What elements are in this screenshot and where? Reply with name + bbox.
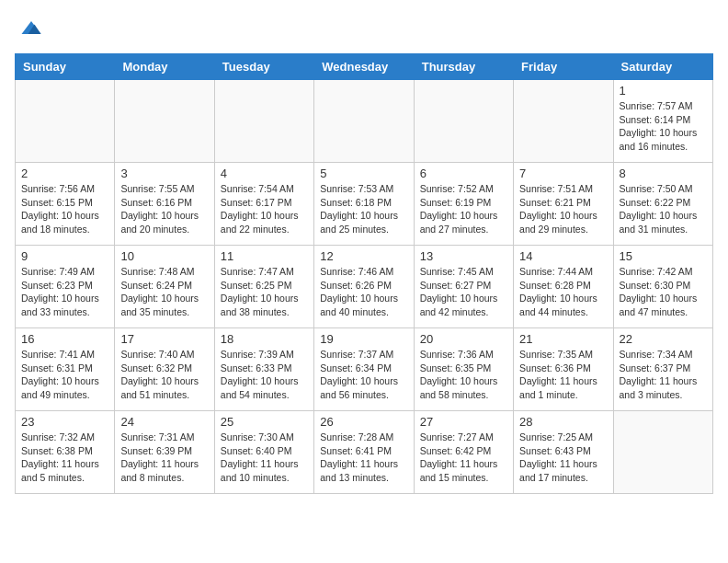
day-number: 23 <box>21 415 108 429</box>
calendar-cell: 8Sunrise: 7:50 AMSunset: 6:22 PMDaylight… <box>613 163 712 246</box>
day-number: 3 <box>120 167 208 180</box>
day-info: Sunrise: 7:52 AMSunset: 6:19 PMDaylight:… <box>420 182 507 236</box>
day-info: Sunrise: 7:45 AMSunset: 6:27 PMDaylight:… <box>420 265 507 319</box>
calendar-cell <box>314 80 414 163</box>
day-info: Sunrise: 7:47 AMSunset: 6:25 PMDaylight:… <box>221 265 308 319</box>
calendar-cell: 14Sunrise: 7:44 AMSunset: 6:28 PMDayligh… <box>514 246 613 328</box>
day-number: 1 <box>620 84 707 98</box>
day-info: Sunrise: 7:50 AMSunset: 6:22 PMDaylight:… <box>620 182 707 236</box>
calendar-cell <box>414 80 513 163</box>
calendar-header-wednesday: Wednesday <box>314 54 414 80</box>
day-number: 13 <box>420 249 507 263</box>
day-info: Sunrise: 7:54 AMSunset: 6:17 PMDaylight:… <box>221 182 308 236</box>
day-info: Sunrise: 7:34 AMSunset: 6:37 PMDaylight:… <box>620 348 707 402</box>
day-number: 20 <box>420 332 507 346</box>
day-info: Sunrise: 7:30 AMSunset: 6:40 PMDaylight:… <box>221 431 308 485</box>
day-number: 11 <box>221 249 308 263</box>
day-info: Sunrise: 7:35 AMSunset: 6:36 PMDaylight:… <box>519 348 607 402</box>
calendar-cell: 24Sunrise: 7:31 AMSunset: 6:39 PMDayligh… <box>115 411 214 494</box>
calendar-cell: 15Sunrise: 7:42 AMSunset: 6:30 PMDayligh… <box>613 246 712 328</box>
day-number: 16 <box>21 332 108 346</box>
calendar-cell <box>115 80 214 163</box>
day-info: Sunrise: 7:32 AMSunset: 6:38 PMDaylight:… <box>21 431 108 485</box>
page: SundayMondayTuesdayWednesdayThursdayFrid… <box>0 0 728 509</box>
day-info: Sunrise: 7:31 AMSunset: 6:39 PMDaylight:… <box>120 431 208 485</box>
calendar-header-tuesday: Tuesday <box>214 54 313 80</box>
day-info: Sunrise: 7:41 AMSunset: 6:31 PMDaylight:… <box>21 348 108 402</box>
day-number: 24 <box>120 415 208 429</box>
header <box>15 15 713 44</box>
day-number: 26 <box>320 415 407 429</box>
day-number: 6 <box>420 167 507 180</box>
logo-icon <box>18 15 44 40</box>
calendar-week-3: 9Sunrise: 7:49 AMSunset: 6:23 PMDaylight… <box>16 246 713 328</box>
calendar-cell: 12Sunrise: 7:46 AMSunset: 6:26 PMDayligh… <box>314 246 414 328</box>
day-info: Sunrise: 7:36 AMSunset: 6:35 PMDaylight:… <box>420 348 507 402</box>
day-info: Sunrise: 7:44 AMSunset: 6:28 PMDaylight:… <box>519 265 607 319</box>
calendar-cell: 4Sunrise: 7:54 AMSunset: 6:17 PMDaylight… <box>214 163 313 246</box>
day-info: Sunrise: 7:46 AMSunset: 6:26 PMDaylight:… <box>320 265 407 319</box>
calendar-cell: 3Sunrise: 7:55 AMSunset: 6:16 PMDaylight… <box>115 163 214 246</box>
day-info: Sunrise: 7:40 AMSunset: 6:32 PMDaylight:… <box>120 348 208 402</box>
calendar-cell <box>613 411 712 494</box>
calendar-cell: 13Sunrise: 7:45 AMSunset: 6:27 PMDayligh… <box>414 246 513 328</box>
day-number: 14 <box>519 249 607 263</box>
day-number: 22 <box>620 332 707 346</box>
day-info: Sunrise: 7:57 AMSunset: 6:14 PMDaylight:… <box>620 99 707 154</box>
day-info: Sunrise: 7:56 AMSunset: 6:15 PMDaylight:… <box>21 182 108 236</box>
day-number: 18 <box>221 332 308 346</box>
calendar-header-monday: Monday <box>115 54 214 80</box>
calendar-week-4: 16Sunrise: 7:41 AMSunset: 6:31 PMDayligh… <box>16 328 713 411</box>
day-number: 28 <box>519 415 607 429</box>
calendar-cell: 1Sunrise: 7:57 AMSunset: 6:14 PMDaylight… <box>613 80 712 163</box>
day-number: 25 <box>221 415 308 429</box>
day-number: 2 <box>21 167 108 180</box>
day-number: 17 <box>120 332 208 346</box>
calendar-cell: 27Sunrise: 7:27 AMSunset: 6:42 PMDayligh… <box>414 411 513 494</box>
calendar: SundayMondayTuesdayWednesdayThursdayFrid… <box>15 53 713 494</box>
calendar-header-sunday: Sunday <box>16 54 115 80</box>
calendar-header-row: SundayMondayTuesdayWednesdayThursdayFrid… <box>16 54 713 80</box>
day-number: 27 <box>420 415 507 429</box>
day-number: 8 <box>620 167 707 180</box>
calendar-cell: 10Sunrise: 7:48 AMSunset: 6:24 PMDayligh… <box>115 246 214 328</box>
calendar-header-thursday: Thursday <box>414 54 513 80</box>
calendar-week-2: 2Sunrise: 7:56 AMSunset: 6:15 PMDaylight… <box>16 163 713 246</box>
calendar-cell: 11Sunrise: 7:47 AMSunset: 6:25 PMDayligh… <box>214 246 313 328</box>
day-info: Sunrise: 7:49 AMSunset: 6:23 PMDaylight:… <box>21 265 108 319</box>
calendar-cell: 23Sunrise: 7:32 AMSunset: 6:38 PMDayligh… <box>16 411 115 494</box>
calendar-cell <box>16 80 115 163</box>
calendar-cell: 2Sunrise: 7:56 AMSunset: 6:15 PMDaylight… <box>16 163 115 246</box>
day-number: 9 <box>21 249 108 263</box>
calendar-week-1: 1Sunrise: 7:57 AMSunset: 6:14 PMDaylight… <box>16 80 713 163</box>
logo <box>15 15 44 44</box>
calendar-cell: 6Sunrise: 7:52 AMSunset: 6:19 PMDaylight… <box>414 163 513 246</box>
day-number: 5 <box>320 167 407 180</box>
calendar-cell: 26Sunrise: 7:28 AMSunset: 6:41 PMDayligh… <box>314 411 414 494</box>
calendar-cell: 28Sunrise: 7:25 AMSunset: 6:43 PMDayligh… <box>514 411 613 494</box>
day-number: 4 <box>221 167 308 180</box>
day-info: Sunrise: 7:42 AMSunset: 6:30 PMDaylight:… <box>620 265 707 319</box>
calendar-cell <box>214 80 313 163</box>
calendar-cell <box>514 80 613 163</box>
calendar-cell: 5Sunrise: 7:53 AMSunset: 6:18 PMDaylight… <box>314 163 414 246</box>
calendar-cell: 21Sunrise: 7:35 AMSunset: 6:36 PMDayligh… <box>514 328 613 411</box>
calendar-cell: 22Sunrise: 7:34 AMSunset: 6:37 PMDayligh… <box>613 328 712 411</box>
day-info: Sunrise: 7:53 AMSunset: 6:18 PMDaylight:… <box>320 182 407 236</box>
day-info: Sunrise: 7:28 AMSunset: 6:41 PMDaylight:… <box>320 431 407 485</box>
calendar-header-saturday: Saturday <box>613 54 712 80</box>
day-number: 7 <box>519 167 607 180</box>
day-number: 19 <box>320 332 407 346</box>
day-info: Sunrise: 7:27 AMSunset: 6:42 PMDaylight:… <box>420 431 507 485</box>
calendar-cell: 18Sunrise: 7:39 AMSunset: 6:33 PMDayligh… <box>214 328 313 411</box>
calendar-cell: 9Sunrise: 7:49 AMSunset: 6:23 PMDaylight… <box>16 246 115 328</box>
day-info: Sunrise: 7:37 AMSunset: 6:34 PMDaylight:… <box>320 348 407 402</box>
day-info: Sunrise: 7:39 AMSunset: 6:33 PMDaylight:… <box>221 348 308 402</box>
calendar-cell: 17Sunrise: 7:40 AMSunset: 6:32 PMDayligh… <box>115 328 214 411</box>
calendar-cell: 20Sunrise: 7:36 AMSunset: 6:35 PMDayligh… <box>414 328 513 411</box>
day-info: Sunrise: 7:25 AMSunset: 6:43 PMDaylight:… <box>519 431 607 485</box>
day-info: Sunrise: 7:55 AMSunset: 6:16 PMDaylight:… <box>120 182 208 236</box>
day-number: 10 <box>120 249 208 263</box>
day-number: 12 <box>320 249 407 263</box>
calendar-cell: 7Sunrise: 7:51 AMSunset: 6:21 PMDaylight… <box>514 163 613 246</box>
